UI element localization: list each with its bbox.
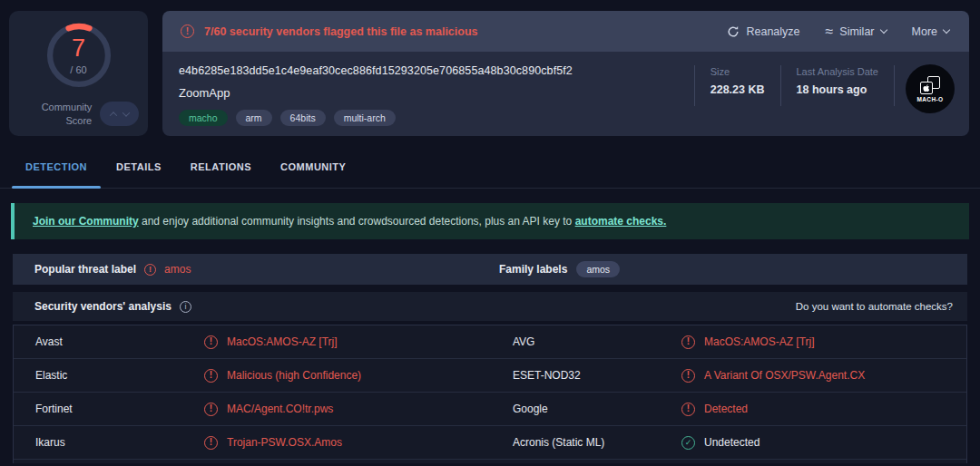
vote-down-icon[interactable]: [122, 109, 129, 116]
community-score-card: 7 / 60 Community Score: [9, 11, 148, 136]
alert-icon: [144, 264, 156, 276]
tag-macho[interactable]: macho: [179, 110, 228, 126]
community-score-label: Community Score: [18, 101, 92, 128]
alert-icon: [681, 369, 695, 383]
apple-logo-icon: [923, 83, 930, 92]
automate-checks-prompt[interactable]: Do you want to automate checks?: [796, 301, 953, 312]
vendor-name: AVG: [491, 335, 663, 348]
detection-result: Detected: [663, 403, 966, 416]
table-row-partial: [14, 460, 966, 463]
score-denominator: / 60: [70, 64, 86, 75]
macho-badge-label: MACH-O: [916, 96, 943, 102]
detection-alert-bar: 7/60 security vendors flagged this file …: [162, 11, 969, 52]
tag-arm[interactable]: arm: [236, 110, 272, 126]
tab-community[interactable]: COMMUNITY: [280, 158, 346, 188]
vendor-name: Google: [491, 403, 663, 415]
size-value: 228.23 KB: [710, 83, 765, 96]
vendor-name: ESET-NOD32: [491, 369, 663, 382]
vendor-name: Avast: [14, 335, 186, 348]
tab-detection[interactable]: DETECTION: [25, 158, 87, 188]
vendor-name: Ikarus: [14, 436, 186, 449]
family-label-pill[interactable]: amos: [576, 261, 620, 277]
banner-text: and enjoy additional community insights …: [139, 215, 575, 228]
chevron-down-icon: [943, 25, 950, 33]
tab-relations[interactable]: RELATIONS: [191, 158, 251, 188]
detection-result: Trojan-PSW.OSX.Amos: [186, 436, 491, 450]
alert-icon: [204, 369, 218, 383]
threat-label-bar: Popular threat label amos Family labels …: [13, 254, 967, 285]
macho-file-type-badge: MACH-O: [906, 64, 955, 113]
chevron-down-icon: [879, 25, 887, 33]
header-section: 7 / 60 Community Score 7/60 security ven…: [0, 0, 980, 136]
reanalyze-button[interactable]: Reanalyze: [727, 25, 799, 38]
alert-icon: [204, 436, 218, 450]
table-row: Elastic Malicious (high Confidence) ESET…: [14, 359, 966, 393]
file-hash: e4b6285e183dd5e1c4e9eaf30cec886fd1529320…: [179, 64, 694, 77]
file-name: ZoomApp: [179, 86, 694, 100]
info-icon[interactable]: [180, 301, 191, 313]
table-row: Avast MacOS:AMOS-AZ [Trj] AVG MacOS:AMOS…: [14, 325, 966, 359]
alert-icon: [204, 335, 218, 349]
table-row: Fortinet MAC/Agent.CO!tr.pws Google Dete…: [14, 393, 966, 426]
tab-details[interactable]: DETAILS: [116, 158, 162, 188]
detection-result: MacOS:AMOS-AZ [Trj]: [663, 335, 966, 349]
check-icon: [681, 436, 695, 450]
vendor-name: Elastic: [14, 369, 186, 382]
table-row: Ikarus Trojan-PSW.OSX.Amos Acronis (Stat…: [14, 426, 966, 460]
detection-score-gauge: 7 / 60: [41, 17, 117, 93]
tag-64bits[interactable]: 64bits: [280, 110, 326, 126]
popular-threat-label-title: Popular threat label: [34, 263, 136, 276]
alert-message: 7/60 security vendors flagged this file …: [204, 25, 478, 38]
alert-icon: [681, 403, 695, 416]
macho-icon: [920, 76, 940, 94]
refresh-icon: [727, 25, 740, 38]
detection-result-clean: Undetected: [663, 436, 966, 450]
community-banner: Join our Community and enjoy additional …: [11, 203, 969, 239]
vendors-analysis-table: Avast MacOS:AMOS-AZ [Trj] AVG MacOS:AMOS…: [13, 325, 967, 463]
alert-icon: [181, 24, 194, 38]
community-vote-widget[interactable]: [100, 102, 139, 126]
size-label: Size: [710, 66, 765, 77]
vendor-name: Acronis (Static ML): [491, 436, 663, 449]
automate-checks-link[interactable]: automate checks.: [575, 215, 667, 228]
alert-icon: [204, 403, 218, 416]
divider: [894, 65, 895, 106]
last-analysis-label: Last Analysis Date: [797, 66, 879, 77]
last-analysis-value: 18 hours ago: [797, 83, 879, 96]
popular-threat-label-value[interactable]: amos: [164, 263, 191, 276]
join-community-link[interactable]: Join our Community: [33, 215, 139, 228]
detection-result: A Variant Of OSX/PSW.Agent.CX: [663, 369, 966, 383]
family-labels-title: Family labels: [499, 263, 567, 276]
score-value: 7: [72, 36, 85, 61]
report-tabs: DETECTION DETAILS RELATIONS COMMUNITY: [0, 158, 980, 189]
file-tags: macho arm 64bits multi-arch: [179, 110, 694, 126]
alert-icon: [681, 335, 695, 349]
file-info-section: e4b6285e183dd5e1c4e9eaf30cec886fd1529320…: [162, 52, 969, 136]
vendors-analysis-title: Security vendors' analysis: [34, 300, 172, 313]
file-report-card: 7/60 security vendors flagged this file …: [162, 11, 969, 136]
more-button[interactable]: More: [912, 25, 949, 38]
detection-result: Malicious (high Confidence): [186, 369, 491, 383]
vendors-analysis-header: Security vendors' analysis Do you want t…: [13, 292, 967, 321]
similar-button[interactable]: ≈ Similar: [826, 25, 887, 38]
vendor-name: Fortinet: [14, 403, 186, 415]
detection-result: MacOS:AMOS-AZ [Trj]: [186, 335, 491, 349]
vote-up-icon[interactable]: [109, 112, 116, 119]
tag-multi-arch[interactable]: multi-arch: [334, 110, 396, 126]
detection-result: MAC/Agent.CO!tr.pws: [186, 403, 491, 416]
